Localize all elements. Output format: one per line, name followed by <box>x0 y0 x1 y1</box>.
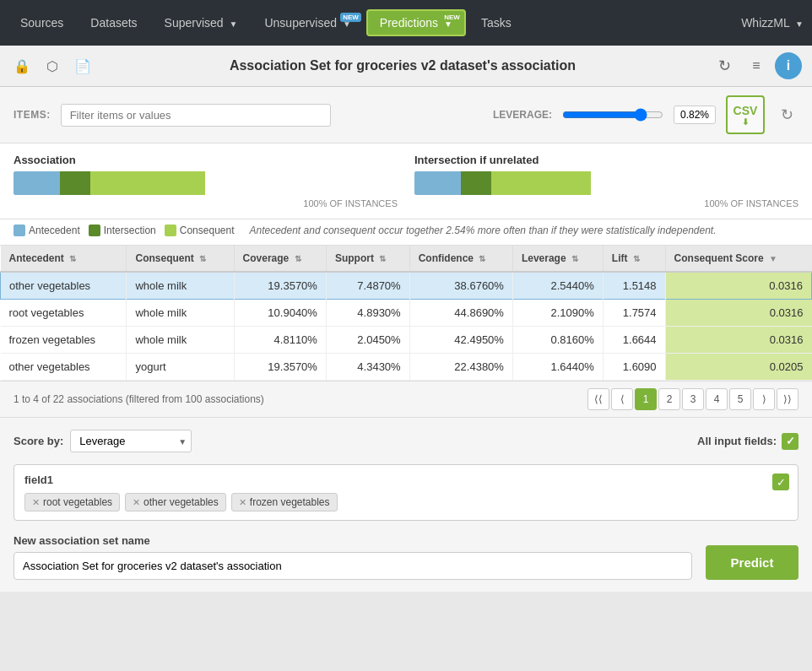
association-bar-blue <box>14 171 60 195</box>
table-row[interactable]: frozen vegetables whole milk 4.8110% 2.0… <box>1 327 812 354</box>
field1-checkbox[interactable]: ✓ <box>772 473 789 490</box>
cell-lift: 1.7574 <box>603 300 665 327</box>
all-input-fields-checkbox[interactable]: ✓ <box>782 433 798 450</box>
col-coverage[interactable]: Coverage ⇅ <box>234 246 326 272</box>
tag-root-vegetables: ✕ root vegetables <box>24 493 120 511</box>
all-input-fields-row: All input fields: ✓ <box>697 433 798 450</box>
cell-lift: 1.6090 <box>603 354 665 381</box>
tag-frozen-vegetables-remove[interactable]: ✕ <box>239 497 246 508</box>
col-leverage[interactable]: Leverage ⇅ <box>512 246 603 272</box>
association-set-name-input[interactable] <box>14 552 692 580</box>
lift-sort-icon: ⇅ <box>633 254 640 263</box>
table-row[interactable]: other vegetables yogurt 19.3570% 4.3430%… <box>1 354 812 381</box>
tag-root-vegetables-remove[interactable]: ✕ <box>32 497 40 508</box>
nav-supervised[interactable]: Supervised ▼ <box>153 11 250 35</box>
nav-datasets[interactable]: Datasets <box>78 11 149 35</box>
intersection-label: Intersection <box>104 225 156 236</box>
cell-consequent: whole milk <box>127 300 234 327</box>
cell-coverage: 4.8110% <box>234 327 326 354</box>
legend-antecedent: Antecedent <box>14 225 80 236</box>
lock-icon[interactable]: 🔒 <box>10 54 34 78</box>
supervised-arrow: ▼ <box>230 19 238 29</box>
confidence-sort-icon: ⇅ <box>479 254 485 263</box>
field1-title: field1 <box>24 473 788 486</box>
leverage-sort-icon: ⇅ <box>571 254 578 263</box>
antecedent-color <box>14 225 25 236</box>
predict-button[interactable]: Predict <box>706 545 798 580</box>
tree-icon[interactable]: ⬡ <box>41 54 64 78</box>
pagination-prev[interactable]: ⟨ <box>611 388 633 410</box>
filter-row: ITEMS: LEVERAGE: 0.82% CSV ⬇ ↻ <box>0 87 812 143</box>
cell-coverage: 19.3570% <box>234 272 326 300</box>
tag-other-vegetables-remove[interactable]: ✕ <box>133 497 140 508</box>
cell-support: 7.4870% <box>326 272 409 300</box>
nav-sources[interactable]: Sources <box>8 11 75 35</box>
table-row[interactable]: other vegetables whole milk 19.3570% 7.4… <box>1 272 812 300</box>
filter-refresh-icon[interactable]: ↻ <box>775 103 798 127</box>
intersection-pct-label: 100% OF INSTANCES <box>414 198 798 208</box>
pagination-page-4[interactable]: 4 <box>706 388 728 410</box>
doc-icon[interactable]: 📄 <box>71 54 95 78</box>
cell-coverage: 19.3570% <box>234 354 326 381</box>
cell-lift: 1.6644 <box>603 327 665 354</box>
info-icon[interactable]: i <box>775 52 802 79</box>
pagination-bar: 1 to 4 of 22 associations (filtered from… <box>0 381 812 418</box>
table-row[interactable]: root vegetables whole milk 10.9040% 4.89… <box>1 300 812 327</box>
pagination-last[interactable]: ⟩⟩ <box>777 388 798 410</box>
consequent-sort-icon: ⇅ <box>199 254 206 263</box>
name-label: New association set name <box>14 534 692 547</box>
col-support[interactable]: Support ⇅ <box>326 246 409 272</box>
col-score[interactable]: Consequent Score ▼ <box>665 246 811 272</box>
intersection-chart-title: Intersection if unrelated <box>414 154 798 166</box>
cell-coverage: 10.9040% <box>234 300 326 327</box>
csv-download-button[interactable]: CSV ⬇ <box>726 95 765 134</box>
tag-root-vegetables-label: root vegetables <box>43 496 112 508</box>
intersection-bar-green-light <box>491 171 591 195</box>
field1-tags: ✕ root vegetables ✕ other vegetables ✕ f… <box>24 493 788 511</box>
intersection-color <box>89 225 100 236</box>
bottom-section: Score by: Leverage Coverage Support Conf… <box>0 418 812 592</box>
intersection-bar-blue <box>414 171 461 195</box>
edit-icon[interactable]: ≡ <box>743 52 770 79</box>
pagination-next[interactable]: ⟩ <box>753 388 775 410</box>
nav-unsupervised[interactable]: Unsupervised ▼ NEW <box>252 11 362 35</box>
cell-leverage: 1.6440% <box>512 354 603 381</box>
pagination-page-5[interactable]: 5 <box>729 388 751 410</box>
pagination-info: 1 to 4 of 22 associations (filtered from… <box>14 393 264 405</box>
nav-tasks[interactable]: Tasks <box>469 11 523 35</box>
score-sort-icon: ▼ <box>769 254 777 263</box>
cell-score: 0.0316 <box>665 300 811 327</box>
refresh-icon[interactable]: ↻ <box>711 52 738 79</box>
col-consequent[interactable]: Consequent ⇅ <box>127 246 234 272</box>
tag-frozen-vegetables: ✕ frozen vegetables <box>231 493 338 511</box>
cell-confidence: 44.8690% <box>409 300 512 327</box>
score-by-block: Score by: Leverage Coverage Support Conf… <box>14 430 192 452</box>
page-title: Association Set for groceries v2 dataset… <box>101 58 704 73</box>
antecedent-sort-icon: ⇅ <box>69 254 76 263</box>
cell-leverage: 2.1090% <box>512 300 603 327</box>
pagination-page-3[interactable]: 3 <box>682 388 704 410</box>
cell-consequent: whole milk <box>127 272 234 300</box>
pagination-first[interactable]: ⟨⟨ <box>587 388 609 410</box>
association-bar-green-light <box>90 171 206 195</box>
items-filter-input[interactable] <box>61 104 331 127</box>
col-confidence[interactable]: Confidence ⇅ <box>409 246 512 272</box>
score-by-label: Score by: <box>14 435 63 447</box>
cell-score: 0.0316 <box>665 327 811 354</box>
cell-lift: 1.5148 <box>603 272 665 300</box>
pagination-page-1[interactable]: 1 <box>635 388 657 410</box>
chart-section: Association 100% OF INSTANCES Intersecti… <box>0 143 812 219</box>
col-lift[interactable]: Lift ⇅ <box>603 246 665 272</box>
leverage-slider[interactable] <box>562 108 663 122</box>
toolbar-right: ↻ ≡ i <box>711 52 802 79</box>
col-antecedent[interactable]: Antecedent ⇅ <box>1 246 127 272</box>
nav-brand[interactable]: WhizzML ▼ <box>741 16 804 30</box>
consequent-label: Consequent <box>180 225 235 236</box>
cell-confidence: 42.4950% <box>409 327 512 354</box>
cell-score: 0.0316 <box>665 272 811 300</box>
nav-predictions[interactable]: Predictions ▼ NEW <box>366 9 466 36</box>
pagination-page-2[interactable]: 2 <box>658 388 680 410</box>
predict-row: New association set name Predict <box>14 534 798 580</box>
score-by-select[interactable]: Leverage Coverage Support Confidence Lif… <box>70 430 192 452</box>
association-pct-label: 100% OF INSTANCES <box>14 198 398 208</box>
